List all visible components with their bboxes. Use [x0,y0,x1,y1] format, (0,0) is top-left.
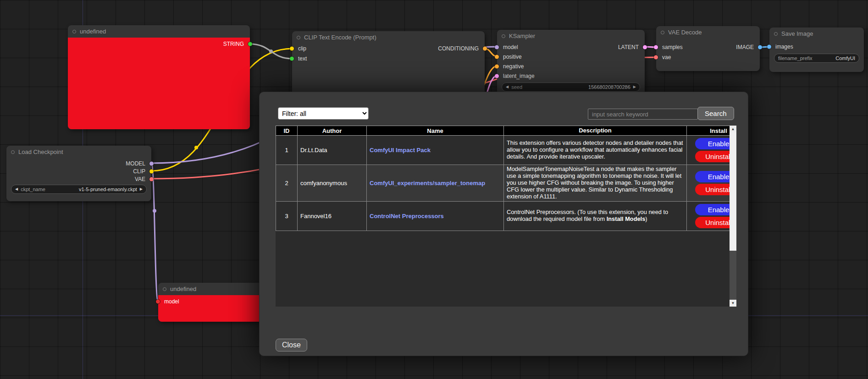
model-input-dot[interactable] [156,300,160,304]
clip-output-dot[interactable] [149,169,154,173]
conditioning-output-label: CONDITIONING [438,45,479,52]
clip-input-dot[interactable] [290,47,294,51]
node-header[interactable]: Load Checkpoint [6,146,151,158]
node-body: samples IMAGE vae [656,38,760,71]
extension-link[interactable]: ControlNet Preprocessors [370,213,444,220]
vae-input-label: vae [662,54,671,60]
filename-prefix-widget[interactable]: filename_prefix ComfyUI [774,54,859,63]
collapse-toggle-icon[interactable] [297,36,300,39]
node-title: VAE Decode [668,29,702,36]
seed-widget[interactable]: ◀ seed 156680208700286 ▶ [502,82,640,92]
wire-midpoint-dot [269,49,273,53]
custom-nodes-dialog: Filter: all Search ID Author Name Descri… [259,92,748,356]
latent-image-input-label: latent_image [503,73,535,79]
images-input-label: images [775,44,793,50]
close-button[interactable]: Close [276,339,307,352]
extension-description: This extension offers various detector n… [504,136,687,165]
latent-image-input-dot[interactable] [495,74,499,78]
filename-prefix-value: ComfyUI [835,55,855,61]
extension-row: 1Dr.Lt.DataComfyUI Impact PackThis exten… [276,136,737,165]
positive-input-label: positive [503,54,522,60]
search-button[interactable]: Search [697,107,734,120]
node-load-checkpoint[interactable]: Load Checkpoint MODEL CLIP VAE ◀ ckpt_na… [6,146,151,201]
collapse-toggle-icon[interactable] [163,287,166,291]
ckpt-name-label: ckpt_name [21,187,45,192]
extension-link[interactable]: ComfyUI Impact Pack [370,147,431,154]
latent-output-dot[interactable] [643,45,647,49]
node-header[interactable]: undefined [68,25,250,38]
filename-prefix-label: filename_prefix [778,55,813,61]
collapse-toggle-icon[interactable] [11,150,15,154]
next-arrow-icon[interactable]: ▶ [140,187,143,191]
ckpt-name-value: v1-5-pruned-emaonly.ckpt [79,187,137,192]
node-undefined-model[interactable]: undefined model [158,283,264,322]
node-header[interactable]: undefined [158,283,264,295]
header-name: Name [367,126,504,136]
seed-widget-label: seed [511,84,522,90]
node-undefined-string[interactable]: undefined STRING [68,25,250,129]
node-header[interactable]: CLIP Text Encode (Prompt) [292,31,485,44]
node-header[interactable]: KSampler [497,30,645,42]
extension-id: 2 [276,165,298,202]
string-output-dot[interactable] [248,42,252,46]
extension-row: 2comfyanonymousComfyUI_experiments/sampl… [276,165,737,202]
extension-author: Fannovel16 [298,201,367,231]
extension-id: 3 [276,201,298,231]
extensions-table: ID Author Name Description Install 1Dr.L… [276,126,736,231]
decrement-arrow-icon[interactable]: ◀ [506,85,509,89]
conditioning-output-dot[interactable] [483,47,487,51]
node-header[interactable]: Save Image [769,27,864,40]
model-input-label: model [164,298,179,305]
ckpt-name-widget[interactable]: ◀ ckpt_name v1-5-pruned-emaonly.ckpt ▶ [11,185,147,194]
model-input-label: model [503,44,518,50]
text-input-label: text [298,55,307,62]
image-output-label: IMAGE [736,44,754,50]
node-header[interactable]: VAE Decode [656,26,760,38]
extension-link[interactable]: ComfyUI_experiments/sampler_tonemap [370,180,485,187]
node-title: KSampler [509,33,535,39]
wire-string [250,44,292,59]
clip-output-label: CLIP [133,168,145,175]
scrollbar[interactable]: ▲ ▼ [730,126,736,307]
extension-row: 3Fannovel16ControlNet PreprocessorsContr… [276,201,737,231]
model-input-dot[interactable] [495,45,499,49]
vae-input-dot[interactable] [654,55,658,60]
extension-name: ControlNet Preprocessors [367,201,504,231]
node-vae-decode[interactable]: VAE Decode samples IMAGE vae [656,26,760,71]
scrollbar-up-icon[interactable]: ▲ [730,126,736,132]
collapse-toggle-icon[interactable] [72,30,76,33]
wire-midpoint-dot [194,146,198,149]
positive-input-dot[interactable] [495,55,499,59]
node-save-image[interactable]: Save Image images filename_prefix ComfyU… [769,27,864,72]
node-title: CLIP Text Encode (Prompt) [304,34,376,41]
node-title: Load Checkpoint [18,148,63,155]
collapse-toggle-icon[interactable] [661,31,664,34]
node-title: undefined [80,28,106,35]
latent-output-label: LATENT [618,44,639,50]
wire-model-to-undefined [151,163,158,302]
samples-input-label: samples [662,44,683,50]
negative-input-label: negative [503,63,524,70]
extension-name: ComfyUI Impact Pack [367,136,504,165]
negative-input-dot[interactable] [495,64,499,68]
previous-arrow-icon[interactable]: ◀ [15,187,18,191]
model-output-dot[interactable] [149,161,154,165]
header-id: ID [276,126,298,136]
samples-input-dot[interactable] [654,45,658,49]
clip-input-label: clip [298,45,306,52]
vae-output-dot[interactable] [149,177,154,181]
text-input-dot[interactable] [290,57,294,61]
search-input[interactable] [588,109,698,120]
node-body: images filename_prefix ComfyUI [769,40,864,72]
string-output-label: STRING [223,41,244,47]
extensions-table-body: 1Dr.Lt.DataComfyUI Impact PackThis exten… [276,136,737,231]
images-input-dot[interactable] [767,45,771,49]
image-output-dot[interactable] [758,45,762,49]
increment-arrow-icon[interactable]: ▶ [633,85,636,89]
scrollbar-down-icon[interactable]: ▼ [730,300,736,307]
scrollbar-thumb[interactable] [730,132,736,251]
filter-select[interactable]: Filter: all [278,107,369,120]
node-title: Save Image [781,30,813,37]
collapse-toggle-icon[interactable] [502,34,505,38]
collapse-toggle-icon[interactable] [774,32,778,36]
